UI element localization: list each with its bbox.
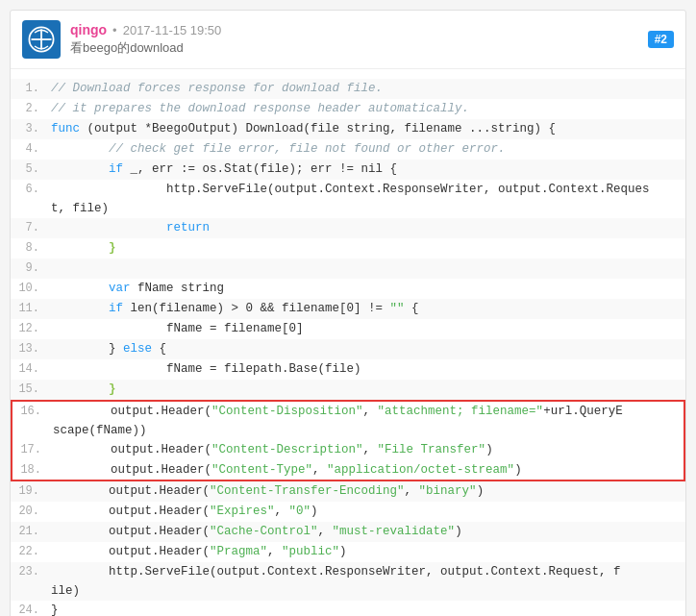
post-container: qingo • 2017-11-15 19:50 看beego的download… bbox=[10, 10, 686, 616]
line-number: 5. bbox=[11, 160, 51, 179]
line-content: output.Header("Pragma", "public") bbox=[51, 542, 685, 561]
line-content: } else { bbox=[51, 339, 685, 358]
code-line: 21. output.Header("Cache-Control", "must… bbox=[11, 522, 685, 542]
code-line: 12. fName = filename[0] bbox=[11, 319, 685, 339]
code-line: 7. return bbox=[11, 218, 685, 238]
line-number: 20. bbox=[11, 502, 51, 521]
line-number: 6. bbox=[11, 180, 51, 199]
line-content: output.Header("Content-Disposition", "at… bbox=[53, 402, 684, 440]
code-line: 23. http.ServeFile(output.Context.Respon… bbox=[11, 562, 685, 601]
line-number: 24. bbox=[11, 601, 51, 616]
line-number: 22. bbox=[11, 542, 51, 561]
line-content: func (output *BeegoOutput) Download(file… bbox=[51, 119, 685, 138]
line-content: http.ServeFile(output.Context.ResponseWr… bbox=[51, 562, 685, 601]
line-number: 9. bbox=[11, 259, 51, 278]
code-line: 6. http.ServeFile(output.Context.Respons… bbox=[11, 180, 685, 218]
line-content: fName = filepath.Base(file) bbox=[51, 359, 685, 379]
code-line: 8. } bbox=[11, 238, 685, 259]
post-number: #2 bbox=[648, 31, 674, 48]
code-line: 19. output.Header("Content-Transfer-Enco… bbox=[11, 481, 685, 502]
code-line: 24.} bbox=[11, 601, 685, 616]
code-line: 10. var fName string bbox=[11, 279, 685, 299]
line-number: 11. bbox=[11, 299, 51, 318]
line-content: output.Header("Cache-Control", "must-rev… bbox=[51, 522, 685, 541]
username[interactable]: qingo bbox=[70, 22, 107, 37]
code-line: 15. } bbox=[11, 380, 685, 400]
line-number: 7. bbox=[11, 218, 51, 237]
code-line: 17. output.Header("Content-Description",… bbox=[11, 440, 685, 460]
line-number: 8. bbox=[11, 238, 51, 258]
code-line: 11. if len(filename) > 0 && filename[0] … bbox=[11, 299, 685, 319]
post-user-info: qingo • 2017-11-15 19:50 bbox=[70, 22, 221, 37]
line-number: 3. bbox=[11, 119, 51, 138]
code-line: 22. output.Header("Pragma", "public") bbox=[11, 542, 685, 562]
code-line: 14. fName = filepath.Base(file) bbox=[11, 359, 685, 380]
line-content: // it prepares the download response hea… bbox=[51, 99, 685, 118]
line-content: output.Header("Content-Type", "applicati… bbox=[53, 460, 684, 480]
line-content: output.Header("Expires", "0") bbox=[51, 502, 685, 521]
post-date: 2017-11-15 19:50 bbox=[123, 23, 222, 37]
line-content: } bbox=[51, 380, 685, 399]
post-header-left: qingo • 2017-11-15 19:50 看beego的download bbox=[22, 20, 221, 59]
line-number: 23. bbox=[11, 562, 51, 581]
line-number: 15. bbox=[11, 380, 51, 399]
avatar bbox=[22, 20, 61, 59]
code-line: 20. output.Header("Expires", "0") bbox=[11, 502, 685, 522]
line-content: } bbox=[51, 601, 685, 616]
line-number: 18. bbox=[12, 460, 53, 480]
line-number: 14. bbox=[11, 359, 51, 379]
line-content: http.ServeFile(output.Context.ResponseWr… bbox=[51, 180, 685, 218]
code-line: 16. output.Header("Content-Disposition",… bbox=[11, 400, 685, 440]
line-content: if len(filename) > 0 && filename[0] != "… bbox=[51, 299, 685, 318]
line-content: output.Header("Content-Transfer-Encoding… bbox=[51, 481, 685, 501]
line-number: 4. bbox=[11, 139, 51, 159]
code-line: 13. } else { bbox=[11, 339, 685, 359]
code-line: 3.func (output *BeegoOutput) Download(fi… bbox=[11, 119, 685, 139]
post-meta: qingo • 2017-11-15 19:50 看beego的download bbox=[70, 22, 221, 57]
line-content: } bbox=[51, 238, 685, 258]
line-number: 17. bbox=[12, 440, 53, 459]
post-subtitle: 看beego的download bbox=[70, 39, 221, 57]
line-number: 12. bbox=[11, 319, 51, 338]
code-line: 2.// it prepares the download response h… bbox=[11, 99, 685, 119]
line-number: 10. bbox=[11, 279, 51, 298]
code-line: 4. // check get file error, file not fou… bbox=[11, 139, 685, 160]
line-content: if _, err := os.Stat(file); err != nil { bbox=[51, 160, 685, 179]
line-content: // check get file error, file not found … bbox=[51, 139, 685, 159]
separator: • bbox=[112, 23, 117, 37]
line-number: 1. bbox=[11, 79, 51, 98]
line-number: 13. bbox=[11, 339, 51, 358]
line-content: // Download forces response for download… bbox=[51, 79, 685, 98]
line-content: fName = filename[0] bbox=[51, 319, 685, 338]
code-line: 9. bbox=[11, 259, 685, 279]
line-number: 16. bbox=[12, 402, 53, 421]
code-line: 18. output.Header("Content-Type", "appli… bbox=[11, 460, 685, 481]
line-content: return bbox=[51, 218, 685, 237]
line-number: 21. bbox=[11, 522, 51, 541]
line-content: var fName string bbox=[51, 279, 685, 298]
line-number: 19. bbox=[11, 481, 51, 501]
line-number: 2. bbox=[11, 99, 51, 118]
code-line: 1.// Download forces response for downlo… bbox=[11, 79, 685, 99]
post-header: qingo • 2017-11-15 19:50 看beego的download… bbox=[11, 11, 685, 69]
code-block: 1.// Download forces response for downlo… bbox=[11, 69, 685, 616]
line-content: output.Header("Content-Description", "Fi… bbox=[53, 440, 684, 459]
code-line: 5. if _, err := os.Stat(file); err != ni… bbox=[11, 160, 685, 180]
